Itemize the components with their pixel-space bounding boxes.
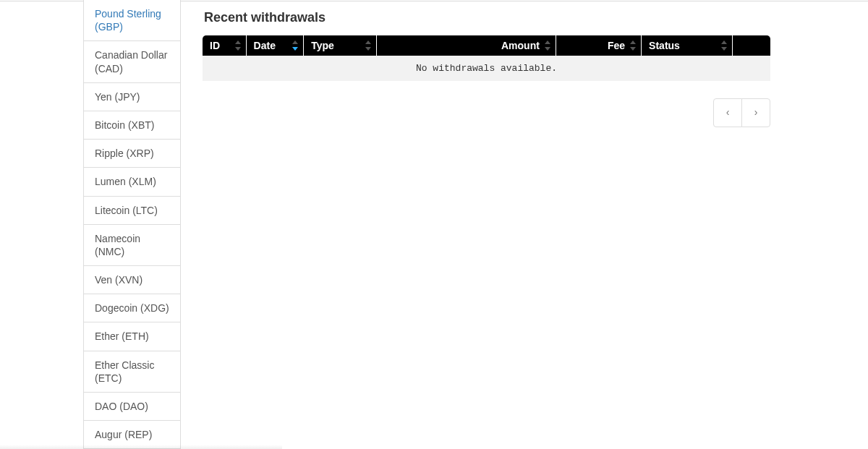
empty-message: No withdrawals available. — [203, 56, 770, 81]
withdrawals-table: ID Date Type Amount — [203, 35, 770, 81]
sidebar-item-label: Namecoin (NMC) — [95, 233, 140, 257]
col-header-label: Amount — [501, 40, 540, 51]
col-header-status[interactable]: Status — [642, 35, 733, 56]
sort-icon — [365, 40, 372, 51]
sidebar-item-label: Ether (ETH) — [95, 330, 149, 342]
sidebar-item-pound-sterling-gbp[interactable]: Pound Sterling (GBP) — [84, 0, 180, 40]
pager-next-button[interactable]: › — [741, 98, 770, 127]
sidebar-item-namecoin-nmc[interactable]: Namecoin (NMC) — [84, 224, 180, 265]
sidebar-item-label: Ven (XVN) — [95, 274, 142, 286]
sidebar-item-dogecoin-xdg[interactable]: Dogecoin (XDG) — [84, 294, 180, 322]
sidebar-item-label: Bitcoin (XBT) — [95, 119, 154, 131]
sort-icon — [292, 40, 299, 51]
sidebar-item-label: Canadian Dollar (CAD) — [95, 49, 167, 74]
sidebar-item-label: Ether Classic (ETC) — [95, 359, 154, 384]
sidebar-item-augur-rep[interactable]: Augur (REP) — [84, 420, 180, 448]
sort-icon — [720, 40, 728, 51]
pager-prev-button[interactable]: ‹ — [713, 98, 742, 127]
sort-icon — [629, 40, 637, 51]
sidebar-item-ripple-xrp[interactable]: Ripple (XRP) — [84, 139, 180, 167]
sort-icon — [544, 40, 551, 51]
col-header-label: Status — [649, 40, 680, 51]
sidebar-item-dao-dao[interactable]: DAO (DAO) — [84, 392, 180, 420]
sidebar-item-yen-jpy[interactable]: Yen (JPY) — [84, 82, 180, 111]
col-header-fee[interactable]: Fee — [556, 35, 642, 56]
col-header-id[interactable]: ID — [203, 35, 247, 56]
sidebar-item-ven-xvn[interactable]: Ven (XVN) — [84, 265, 180, 294]
sidebar-item-label: Litecoin (LTC) — [95, 205, 158, 216]
table-empty-row: No withdrawals available. — [203, 56, 770, 81]
sidebar-item-litecoin-ltc[interactable]: Litecoin (LTC) — [84, 196, 180, 224]
col-header-actions — [733, 35, 770, 56]
sidebar-item-label: DAO (DAO) — [95, 401, 148, 412]
sidebar-item-label: Ripple (XRP) — [95, 147, 154, 159]
col-header-label: ID — [210, 40, 220, 51]
sidebar-item-canadian-dollar-cad[interactable]: Canadian Dollar (CAD) — [84, 40, 180, 82]
sidebar-item-label: Dogecoin (XDG) — [95, 302, 169, 314]
col-header-type[interactable]: Type — [304, 35, 377, 56]
section-title: Recent withdrawals — [204, 10, 868, 25]
sidebar-item-bitcoin-xbt[interactable]: Bitcoin (XBT) — [84, 111, 180, 139]
sidebar-item-lumen-xlm[interactable]: Lumen (XLM) — [84, 167, 180, 195]
col-header-amount[interactable]: Amount — [377, 35, 556, 56]
withdrawals-panel: Recent withdrawals ID Date Type — [181, 0, 868, 127]
col-header-label: Type — [311, 40, 334, 51]
col-header-label: Date — [254, 40, 276, 51]
sidebar-item-label: Augur (REP) — [95, 429, 152, 440]
pager: ‹ › — [203, 98, 770, 127]
col-header-date[interactable]: Date — [247, 35, 305, 56]
col-header-label: Fee — [608, 40, 625, 51]
currency-sidebar: Pound Sterling (GBP)Canadian Dollar (CAD… — [83, 0, 181, 449]
sidebar-item-ether-eth[interactable]: Ether (ETH) — [84, 322, 180, 350]
sidebar-item-label: Lumen (XLM) — [95, 176, 156, 187]
sidebar-item-label: Yen (JPY) — [95, 91, 140, 103]
sidebar-item-label: Pound Sterling (GBP) — [95, 8, 161, 33]
sort-icon — [234, 40, 242, 51]
sidebar-item-ether-classic-etc[interactable]: Ether Classic (ETC) — [84, 351, 180, 392]
